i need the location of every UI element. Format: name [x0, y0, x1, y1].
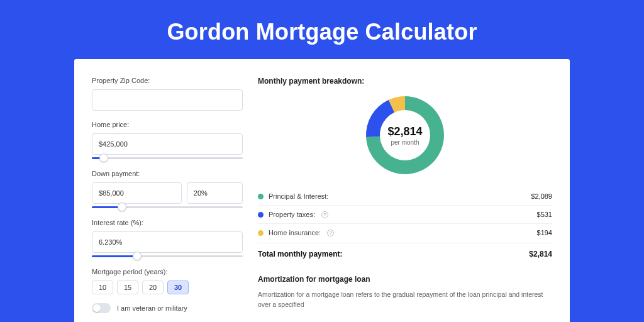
veteran-row: I am veteran or military	[92, 303, 243, 313]
results-panel: Monthly payment breakdown: $2,814 per mo…	[258, 77, 552, 322]
legend-label: Home insurance:	[269, 229, 321, 236]
home-price-input[interactable]	[92, 133, 243, 155]
legend-dot	[258, 194, 264, 199]
down-payment-group: Down payment:	[92, 170, 243, 213]
interest-label: Interest rate (%):	[92, 219, 243, 226]
legend-value: $531	[537, 211, 552, 218]
period-option-30[interactable]: 30	[167, 280, 189, 294]
down-payment-pct-input[interactable]	[187, 182, 243, 204]
interest-input[interactable]	[92, 231, 243, 253]
period-group: Mortgage period (years): 10152030	[92, 268, 243, 294]
legend-label: Property taxes:	[269, 211, 315, 218]
slider-thumb[interactable]	[118, 203, 126, 211]
total-row: Total monthly payment: $2,814	[258, 243, 552, 269]
period-label: Mortgage period (years):	[92, 268, 243, 275]
zip-group: Property Zip Code:	[92, 77, 243, 111]
interest-slider[interactable]	[92, 252, 243, 262]
veteran-toggle[interactable]	[92, 303, 111, 313]
legend-value: $194	[537, 229, 552, 236]
donut-sublabel: per month	[387, 139, 422, 146]
breakdown-legend: Principal & Interest:$2,089Property taxe…	[258, 187, 552, 242]
home-price-group: Home price:	[92, 121, 243, 164]
legend-row: Property taxes:?$531	[258, 206, 552, 224]
amortization-title: Amortization for mortgage loan	[258, 275, 552, 284]
legend-dot	[258, 230, 264, 236]
calculator-card: Property Zip Code: Home price: Down paym…	[74, 59, 570, 322]
home-price-slider[interactable]	[92, 153, 243, 164]
info-icon[interactable]: ?	[327, 230, 334, 236]
total-label: Total monthly payment:	[258, 250, 342, 258]
amortization-text: Amortization for a mortgage loan refers …	[258, 290, 552, 310]
slider-thumb[interactable]	[133, 252, 142, 260]
period-option-20[interactable]: 20	[142, 280, 164, 294]
donut-chart: $2,814 per month	[364, 94, 446, 176]
legend-dot	[258, 212, 264, 218]
donut-chart-area: $2,814 per month	[258, 94, 552, 176]
interest-group: Interest rate (%):	[92, 219, 243, 262]
period-option-10[interactable]: 10	[92, 280, 113, 294]
info-icon[interactable]: ?	[321, 211, 328, 218]
legend-value: $2,089	[531, 192, 552, 200]
donut-value: $2,814	[387, 125, 422, 138]
zip-input[interactable]	[92, 89, 243, 111]
slider-thumb[interactable]	[99, 153, 108, 162]
page-title: Gordon Mortgage Calculator	[0, 0, 644, 59]
down-payment-slider[interactable]	[92, 203, 243, 213]
period-option-15[interactable]: 15	[117, 280, 138, 294]
legend-row: Principal & Interest:$2,089	[258, 187, 552, 206]
home-price-label: Home price:	[92, 121, 243, 128]
legend-label: Principal & Interest:	[269, 192, 328, 200]
zip-label: Property Zip Code:	[92, 77, 243, 84]
veteran-label: I am veteran or military	[117, 304, 187, 312]
period-options: 10152030	[92, 280, 243, 294]
breakdown-title: Monthly payment breakdown:	[258, 77, 552, 86]
down-payment-label: Down payment:	[92, 170, 243, 177]
total-value: $2,814	[529, 250, 552, 258]
down-payment-input[interactable]	[92, 182, 182, 204]
legend-row: Home insurance:?$194	[258, 224, 552, 242]
inputs-panel: Property Zip Code: Home price: Down paym…	[92, 77, 243, 322]
